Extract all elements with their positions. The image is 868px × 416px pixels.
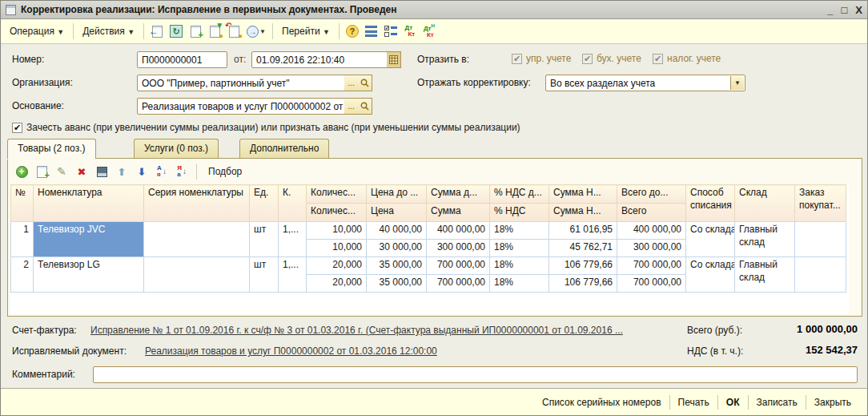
reread-icon[interactable]: ← (147, 22, 167, 41)
cell-series[interactable] (144, 257, 250, 293)
col-total-before[interactable]: Всего до... (617, 185, 686, 204)
cell-qty[interactable]: 20,000 (307, 275, 367, 293)
end-edit-icon[interactable] (93, 163, 111, 180)
cell-price[interactable]: 35 000,00 (367, 257, 427, 275)
unpost-icon[interactable]: ↶● (224, 22, 243, 41)
col-qty-before[interactable]: Количес... (307, 185, 367, 204)
cell-total[interactable]: 300 000,00 (617, 240, 686, 257)
col-nomenclature[interactable]: Номенклатура (34, 185, 144, 222)
tab-goods[interactable]: Товары (2 поз.) (7, 139, 96, 159)
dt-kt-icon[interactable]: ДтКт (400, 22, 420, 41)
add-row-icon[interactable]: + (13, 163, 30, 180)
cell-method[interactable]: Со склада (686, 222, 735, 257)
cell-unit[interactable]: шт (250, 257, 279, 293)
cell-series[interactable] (144, 222, 250, 257)
sort-desc-icon[interactable]: Яа↓ (173, 163, 191, 180)
col-sum-before[interactable]: Сумма д... (427, 185, 490, 204)
col-order[interactable]: Заказ покупат... (795, 185, 846, 222)
cell-method[interactable]: Со склада (686, 257, 735, 293)
col-vatsum[interactable]: Сумма Н... (549, 204, 617, 222)
operation-menu[interactable]: Операция ▼ (4, 22, 70, 40)
add-copy-icon[interactable]: + (33, 163, 50, 180)
cell-vatsum[interactable]: 106 779,66 (549, 275, 617, 293)
col-unit[interactable]: Ед. (250, 185, 279, 222)
cell-qty[interactable]: 20,000 (307, 257, 367, 275)
input-on-basis-icon[interactable]: →▼ (243, 22, 269, 41)
col-method[interactable]: Способ списания (686, 185, 735, 222)
col-series[interactable]: Серия номенклатуры (144, 185, 250, 222)
calendar-icon[interactable] (387, 51, 401, 68)
serial-numbers-button[interactable]: Список серийных номеров (534, 394, 669, 411)
close-window-button[interactable]: Закрыть (806, 394, 859, 411)
save-button[interactable]: Записать (749, 394, 806, 411)
help-icon[interactable]: ? (343, 22, 362, 41)
cell-sum[interactable]: 400 000,00 (427, 222, 490, 240)
cell-vat[interactable]: 18% (490, 222, 549, 240)
close-button[interactable]: X (855, 5, 862, 15)
col-vat-before[interactable]: % НДС д... (490, 185, 549, 204)
refresh-icon[interactable]: ↻ (167, 22, 186, 41)
cell-unit[interactable]: шт (250, 222, 279, 257)
goto-menu[interactable]: Перейти ▼ (276, 22, 336, 40)
cell-warehouse[interactable]: Главный склад (735, 222, 795, 257)
magnifier-icon[interactable] (358, 98, 372, 115)
col-total[interactable]: Всего (617, 204, 686, 222)
cell-vatsum[interactable]: 106 779,66 (549, 257, 617, 275)
ellipsis-icon[interactable]: ... (344, 75, 359, 91)
col-num[interactable]: № (11, 185, 34, 222)
flags-icon[interactable]: ✔ (381, 22, 400, 41)
cell-total[interactable]: 700 000,00 (617, 257, 686, 275)
minimize-button[interactable]: _ (827, 5, 833, 15)
cell-qty[interactable]: 10,000 (307, 222, 367, 240)
basis-input[interactable]: Реализация товаров и услуг П0000000002 о… (137, 98, 345, 115)
cell-price[interactable]: 30 000,00 (367, 240, 427, 257)
number-input[interactable]: П0000000001 (137, 51, 227, 68)
reflect-correction-select[interactable]: Во всех разделах учета ▼ (545, 75, 745, 91)
cell-warehouse[interactable]: Главный склад (735, 257, 795, 293)
cell-vat[interactable]: 18% (490, 275, 549, 293)
move-down-icon[interactable]: ⬇ (133, 163, 151, 180)
cell-vatsum[interactable]: 45 762,71 (549, 240, 617, 257)
cell-num[interactable]: 1 (11, 222, 34, 257)
management-accounting-checkbox[interactable]: ✔ упр. учете (512, 53, 571, 64)
col-sum[interactable]: Сумма (427, 204, 490, 222)
cell-k[interactable]: 1,... (279, 257, 307, 293)
cell-vat[interactable]: 18% (490, 240, 549, 257)
col-vat[interactable]: % НДС (490, 204, 549, 222)
post-icon[interactable]: ▼● (205, 22, 224, 41)
cell-price[interactable]: 40 000,00 (367, 222, 427, 240)
col-vatsum-before[interactable]: Сумма Н... (549, 185, 617, 204)
col-price[interactable]: Цена (367, 204, 427, 222)
comment-input[interactable] (93, 366, 858, 383)
cell-num[interactable]: 2 (11, 257, 34, 293)
cell-order[interactable] (795, 257, 846, 293)
accounting-checkbox[interactable]: ✔ бух. учете (582, 53, 641, 64)
cell-sum[interactable]: 300 000,00 (427, 240, 490, 257)
cell-sum[interactable]: 700 000,00 (427, 257, 490, 275)
table-row[interactable]: 2Телевизор LGшт1,...20,00035 000,00700 0… (11, 257, 846, 275)
tab-services[interactable]: Услуги (0 поз.) (134, 139, 219, 158)
chevron-down-icon[interactable]: ▼ (730, 76, 744, 90)
cell-total[interactable]: 400 000,00 (617, 222, 686, 240)
advance-checkbox[interactable]: ✔ Зачесть аванс (при увеличении суммы ре… (12, 122, 520, 133)
delete-row-icon[interactable]: ✖ (73, 163, 90, 180)
magnifier-icon[interactable] (358, 75, 372, 91)
ellipsis-icon[interactable]: ... (344, 98, 359, 115)
cell-vat[interactable]: 18% (490, 257, 549, 275)
goods-table[interactable]: № Номенклатура Серия номенклатуры Ед. К.… (10, 184, 849, 313)
invoice-link[interactable]: Исправление № 1 от 01.09.2016 г. к сч/ф … (90, 325, 623, 336)
cell-price[interactable]: 35 000,00 (367, 275, 427, 293)
cell-vatsum[interactable]: 61 016,95 (549, 222, 617, 240)
sort-asc-icon[interactable]: Ая↓ (153, 163, 171, 180)
subordination-icon[interactable] (362, 22, 381, 41)
table-row[interactable]: 1Телевизор JVCшт1,...10,00040 000,00400 … (11, 222, 846, 240)
print-button[interactable]: Печать (670, 394, 717, 411)
cell-nomenclature[interactable]: Телевизор JVC (34, 222, 144, 257)
corrected-doc-link[interactable]: Реализация товаров и услуг П0000000002 о… (145, 345, 437, 357)
maximize-button[interactable]: □ (841, 5, 847, 15)
cell-total[interactable]: 700 000,00 (617, 275, 686, 293)
date-input[interactable]: 01.09.2016 22:10:40 (251, 51, 388, 68)
col-price-before[interactable]: Цена до ... (367, 185, 427, 204)
edit-row-icon[interactable]: ✎ (53, 163, 70, 180)
move-up-icon[interactable]: ⬆ (113, 163, 131, 180)
